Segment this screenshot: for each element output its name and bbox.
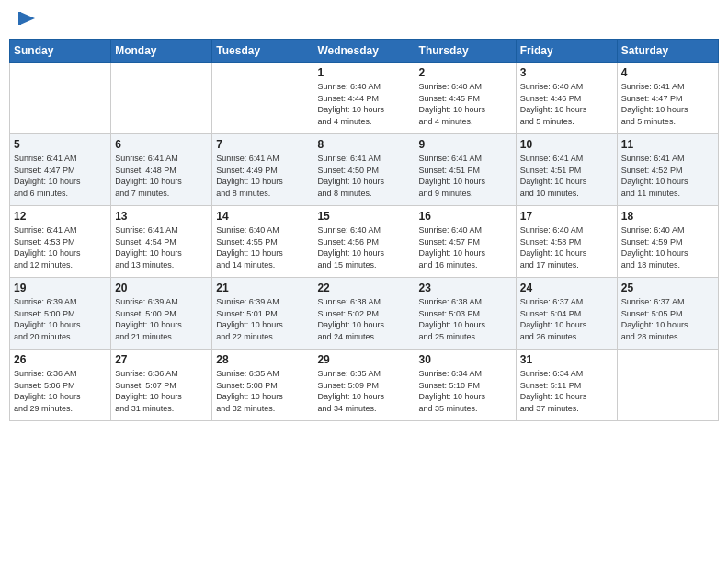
day-cell: 1Sunrise: 6:40 AM Sunset: 4:44 PM Daylig…	[313, 63, 415, 134]
day-cell	[111, 63, 212, 134]
day-number: 22	[317, 282, 410, 294]
day-info: Sunrise: 6:40 AM Sunset: 4:44 PM Dayligh…	[317, 81, 410, 127]
weekday-header-tuesday: Tuesday	[212, 40, 313, 63]
day-number: 28	[216, 353, 309, 366]
weekday-header-friday: Friday	[516, 40, 617, 63]
day-info: Sunrise: 6:37 AM Sunset: 5:05 PM Dayligh…	[621, 296, 714, 342]
day-info: Sunrise: 6:37 AM Sunset: 5:04 PM Dayligh…	[520, 296, 613, 342]
day-cell: 30Sunrise: 6:34 AM Sunset: 5:10 PM Dayli…	[415, 350, 516, 421]
day-number: 12	[14, 210, 107, 223]
day-number: 9	[419, 138, 512, 151]
day-cell: 18Sunrise: 6:40 AM Sunset: 4:59 PM Dayli…	[617, 206, 718, 278]
day-cell: 4Sunrise: 6:41 AM Sunset: 4:47 PM Daylig…	[617, 63, 718, 134]
weekday-header-monday: Monday	[111, 40, 212, 63]
day-cell: 20Sunrise: 6:39 AM Sunset: 5:00 PM Dayli…	[111, 278, 212, 350]
day-info: Sunrise: 6:39 AM Sunset: 5:00 PM Dayligh…	[115, 296, 208, 342]
day-info: Sunrise: 6:41 AM Sunset: 4:47 PM Dayligh…	[621, 81, 714, 127]
day-cell: 21Sunrise: 6:39 AM Sunset: 5:01 PM Dayli…	[212, 278, 313, 350]
day-number: 23	[419, 282, 512, 294]
day-number: 5	[14, 138, 107, 151]
day-number: 3	[520, 66, 613, 79]
day-cell: 23Sunrise: 6:38 AM Sunset: 5:03 PM Dayli…	[415, 278, 516, 350]
day-number: 19	[14, 282, 107, 294]
day-number: 11	[621, 138, 714, 151]
day-cell	[10, 63, 111, 134]
calendar-table: SundayMondayTuesdayWednesdayThursdayFrid…	[9, 39, 719, 421]
day-number: 1	[317, 66, 410, 79]
day-cell: 24Sunrise: 6:37 AM Sunset: 5:04 PM Dayli…	[516, 278, 617, 350]
day-info: Sunrise: 6:34 AM Sunset: 5:11 PM Dayligh…	[520, 368, 613, 414]
day-info: Sunrise: 6:41 AM Sunset: 4:50 PM Dayligh…	[317, 153, 410, 199]
day-cell	[212, 63, 313, 134]
day-number: 2	[419, 66, 512, 79]
day-info: Sunrise: 6:41 AM Sunset: 4:48 PM Dayligh…	[115, 153, 208, 199]
day-info: Sunrise: 6:40 AM Sunset: 4:55 PM Dayligh…	[216, 224, 309, 270]
day-info: Sunrise: 6:40 AM Sunset: 4:58 PM Dayligh…	[520, 224, 613, 270]
day-cell: 10Sunrise: 6:41 AM Sunset: 4:51 PM Dayli…	[516, 134, 617, 206]
logo-flag-icon	[17, 9, 37, 29]
week-row-5: 26Sunrise: 6:36 AM Sunset: 5:06 PM Dayli…	[10, 350, 719, 421]
day-number: 8	[317, 138, 410, 151]
day-info: Sunrise: 6:41 AM Sunset: 4:53 PM Dayligh…	[14, 224, 107, 270]
day-cell: 12Sunrise: 6:41 AM Sunset: 4:53 PM Dayli…	[10, 206, 111, 278]
day-number: 24	[520, 282, 613, 294]
day-cell: 5Sunrise: 6:41 AM Sunset: 4:47 PM Daylig…	[10, 134, 111, 206]
day-number: 15	[317, 210, 410, 223]
day-info: Sunrise: 6:36 AM Sunset: 5:07 PM Dayligh…	[115, 368, 208, 414]
weekday-header-saturday: Saturday	[617, 40, 718, 63]
day-info: Sunrise: 6:40 AM Sunset: 4:57 PM Dayligh…	[419, 224, 512, 270]
week-row-3: 12Sunrise: 6:41 AM Sunset: 4:53 PM Dayli…	[10, 206, 719, 278]
weekday-header-row: SundayMondayTuesdayWednesdayThursdayFrid…	[10, 40, 719, 63]
weekday-header-sunday: Sunday	[10, 40, 111, 63]
day-number: 6	[115, 138, 208, 151]
day-info: Sunrise: 6:35 AM Sunset: 5:09 PM Dayligh…	[317, 368, 410, 414]
day-cell: 16Sunrise: 6:40 AM Sunset: 4:57 PM Dayli…	[415, 206, 516, 278]
day-cell: 22Sunrise: 6:38 AM Sunset: 5:02 PM Dayli…	[313, 278, 415, 350]
svg-marker-0	[20, 12, 35, 25]
day-cell: 14Sunrise: 6:40 AM Sunset: 4:55 PM Dayli…	[212, 206, 313, 278]
day-number: 25	[621, 282, 714, 294]
day-number: 18	[621, 210, 714, 223]
day-info: Sunrise: 6:41 AM Sunset: 4:52 PM Dayligh…	[621, 153, 714, 199]
logo	[15, 9, 37, 33]
day-info: Sunrise: 6:39 AM Sunset: 5:01 PM Dayligh…	[216, 296, 309, 342]
day-info: Sunrise: 6:38 AM Sunset: 5:02 PM Dayligh…	[317, 296, 410, 342]
day-info: Sunrise: 6:41 AM Sunset: 4:47 PM Dayligh…	[14, 153, 107, 199]
day-cell: 6Sunrise: 6:41 AM Sunset: 4:48 PM Daylig…	[111, 134, 212, 206]
day-info: Sunrise: 6:41 AM Sunset: 4:51 PM Dayligh…	[419, 153, 512, 199]
day-number: 27	[115, 353, 208, 366]
day-info: Sunrise: 6:34 AM Sunset: 5:10 PM Dayligh…	[419, 368, 512, 414]
day-number: 17	[520, 210, 613, 223]
day-cell: 7Sunrise: 6:41 AM Sunset: 4:49 PM Daylig…	[212, 134, 313, 206]
day-cell: 28Sunrise: 6:35 AM Sunset: 5:08 PM Dayli…	[212, 350, 313, 421]
day-info: Sunrise: 6:41 AM Sunset: 4:51 PM Dayligh…	[520, 153, 613, 199]
day-info: Sunrise: 6:41 AM Sunset: 4:49 PM Dayligh…	[216, 153, 309, 199]
day-info: Sunrise: 6:40 AM Sunset: 4:59 PM Dayligh…	[621, 224, 714, 270]
day-number: 26	[14, 353, 107, 366]
day-number: 21	[216, 282, 309, 294]
day-info: Sunrise: 6:41 AM Sunset: 4:54 PM Dayligh…	[115, 224, 208, 270]
week-row-1: 1Sunrise: 6:40 AM Sunset: 4:44 PM Daylig…	[10, 63, 719, 134]
day-number: 14	[216, 210, 309, 223]
day-cell: 19Sunrise: 6:39 AM Sunset: 5:00 PM Dayli…	[10, 278, 111, 350]
day-cell: 2Sunrise: 6:40 AM Sunset: 4:45 PM Daylig…	[415, 63, 516, 134]
logo-text-block	[15, 9, 37, 33]
header	[0, 0, 728, 39]
day-cell: 8Sunrise: 6:41 AM Sunset: 4:50 PM Daylig…	[313, 134, 415, 206]
day-info: Sunrise: 6:39 AM Sunset: 5:00 PM Dayligh…	[14, 296, 107, 342]
weekday-header-wednesday: Wednesday	[313, 40, 415, 63]
day-cell: 15Sunrise: 6:40 AM Sunset: 4:56 PM Dayli…	[313, 206, 415, 278]
day-cell: 17Sunrise: 6:40 AM Sunset: 4:58 PM Dayli…	[516, 206, 617, 278]
day-number: 7	[216, 138, 309, 151]
page: SundayMondayTuesdayWednesdayThursdayFrid…	[0, 0, 728, 563]
day-info: Sunrise: 6:35 AM Sunset: 5:08 PM Dayligh…	[216, 368, 309, 414]
weekday-header-thursday: Thursday	[415, 40, 516, 63]
day-number: 30	[419, 353, 512, 366]
day-number: 20	[115, 282, 208, 294]
day-info: Sunrise: 6:40 AM Sunset: 4:45 PM Dayligh…	[419, 81, 512, 127]
day-number: 10	[520, 138, 613, 151]
svg-rect-1	[18, 12, 21, 25]
day-number: 4	[621, 66, 714, 79]
day-info: Sunrise: 6:38 AM Sunset: 5:03 PM Dayligh…	[419, 296, 512, 342]
day-cell	[617, 350, 718, 421]
